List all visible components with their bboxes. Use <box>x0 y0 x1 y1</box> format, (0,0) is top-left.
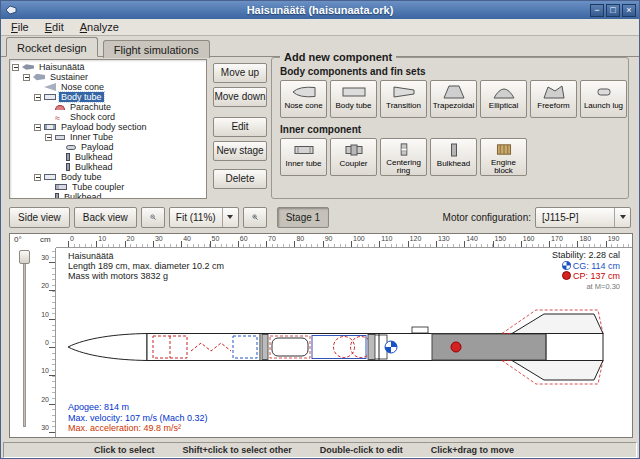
rocket-figure-canvas[interactable]: 0° cm 0102030405060708090100110120130140… <box>9 233 633 438</box>
expander-icon[interactable] <box>34 94 41 101</box>
coupler-icon <box>341 142 367 158</box>
bulkhead-shape <box>262 335 268 360</box>
stage-icon <box>33 73 45 81</box>
zoom-out-button[interactable] <box>141 207 165 228</box>
tab-flight-simulations[interactable]: Flight simulations <box>103 40 210 58</box>
ruler-top-label: 80 <box>296 235 304 242</box>
move-down-button[interactable]: Move down <box>213 87 267 107</box>
ruler-top-label: 90 <box>325 235 333 242</box>
rotation-slider-handle[interactable] <box>19 250 30 264</box>
delete-button[interactable]: Delete <box>213 169 267 189</box>
add-centering-ring-button[interactable]: Centering ring <box>380 138 427 176</box>
body-components-label: Body components and fin sets <box>280 66 426 77</box>
nose-cone-icon <box>44 83 56 91</box>
launch-lug-icon <box>591 84 617 100</box>
tree-item-nose-cone[interactable]: Nose cone <box>10 82 206 92</box>
close-button[interactable]: × <box>622 4 636 17</box>
add-engine-block-button[interactable]: Engine block <box>480 138 527 176</box>
expander-icon[interactable] <box>23 74 30 81</box>
ruler-top-label: 140 <box>466 235 478 242</box>
tree-item-body-tube[interactable]: Body tube <box>10 92 206 102</box>
hint-shift-click: Shift+click to select other <box>183 445 292 455</box>
ruler-top-label: 110 <box>381 235 392 242</box>
minimize-button[interactable]: − <box>590 4 604 17</box>
move-up-button[interactable]: Move up <box>213 63 267 83</box>
bulkhead-icon <box>441 142 467 158</box>
stage-1-toggle[interactable]: Stage 1 <box>277 207 329 228</box>
expander-icon[interactable] <box>34 124 41 131</box>
add-body-tube-button[interactable]: Body tube <box>330 80 377 118</box>
add-elliptical-fin-button[interactable]: Elliptical <box>480 80 527 118</box>
hint-double-click: Double-click to edit <box>320 445 403 455</box>
ruler-top-label: 30 <box>155 235 163 242</box>
body-components-row: Nose cone Body tube Transition Trapezoid… <box>280 80 627 118</box>
back-view-button[interactable]: Back view <box>74 207 137 228</box>
motor-configuration-select[interactable]: [J115-P] <box>535 207 631 228</box>
tree-item-sustainer[interactable]: Sustainer <box>10 72 206 82</box>
group-title: Add new component <box>280 51 396 63</box>
fin-top-shape <box>512 314 603 334</box>
tree-item-bulkhead[interactable]: Bulkhead <box>10 152 206 162</box>
ruler-top-label: 60 <box>240 235 248 242</box>
motor-shape <box>432 334 546 360</box>
add-coupler-button[interactable]: Coupler <box>330 138 377 176</box>
ruler-top-label: 190 <box>608 235 620 242</box>
tab-rocket-design[interactable]: Rocket design <box>6 37 98 57</box>
tree-item-body-tube-2[interactable]: Body tube <box>10 172 206 182</box>
tree-item-shock-cord[interactable]: Shock cord <box>10 112 206 122</box>
tree-item-bulkhead[interactable]: Bulkhead <box>10 192 206 199</box>
hint-click-select: Click to select <box>94 445 155 455</box>
hint-click-drag: Click+drag to move <box>431 445 514 455</box>
ruler-left-label: 30 <box>41 424 49 431</box>
ruler-top-label: 150 <box>495 235 507 242</box>
expander-icon[interactable] <box>34 174 41 181</box>
menu-file[interactable]: File <box>3 20 37 34</box>
expander-icon[interactable] <box>12 64 19 71</box>
tree-item-rocket[interactable]: Haisunäätä <box>10 62 206 72</box>
body-tube-icon <box>44 94 56 100</box>
tree-item-inner-tube[interactable]: Inner Tube <box>10 132 206 142</box>
side-view-button[interactable]: Side view <box>9 207 70 228</box>
tree-item-tube-coupler[interactable]: Tube coupler <box>10 182 206 192</box>
ruler-top-label: 100 <box>353 235 365 242</box>
tree-item-bulkhead[interactable]: Bulkhead <box>10 162 206 172</box>
tree-item-payload[interactable]: Payload <box>10 142 206 152</box>
zoom-in-button[interactable] <box>243 207 267 228</box>
add-launch-lug-button[interactable]: Launch lug <box>580 80 627 118</box>
new-stage-button[interactable]: New stage <box>213 141 267 161</box>
cp-marker <box>451 342 461 352</box>
cg-icon <box>562 261 571 270</box>
add-inner-tube-button[interactable]: Inner tube <box>280 138 327 176</box>
stability-value: Stability: 2.28 cal <box>552 251 620 261</box>
edit-button[interactable]: Edit <box>213 117 267 137</box>
bulkhead-icon <box>55 193 59 199</box>
menu-analyze[interactable]: Analyze <box>72 20 127 34</box>
inner-tube-icon <box>291 142 317 158</box>
zoom-select[interactable]: Fit (11%) <box>169 207 239 228</box>
rotation-value: 0° <box>14 235 22 244</box>
tree-item-parachute[interactable]: Parachute <box>10 102 206 112</box>
chevron-down-icon <box>614 208 630 227</box>
mach-value: at M=0.30 <box>552 282 620 292</box>
payload-icon <box>66 145 76 150</box>
rocket-mass: Mass with motors 3832 g <box>68 271 224 281</box>
maximize-button[interactable]: □ <box>606 4 620 17</box>
cg-marker <box>385 341 397 353</box>
menu-edit[interactable]: Edit <box>37 20 72 34</box>
add-bulkhead-button[interactable]: Bulkhead <box>430 138 477 176</box>
flight-data-block: Apogee: 814 m Max. velocity: 107 m/s (Ma… <box>68 402 208 434</box>
add-transition-button[interactable]: Transition <box>380 80 427 118</box>
ruler-top-label: 180 <box>579 235 591 242</box>
add-nose-cone-button[interactable]: Nose cone <box>280 80 327 118</box>
tree-item-payload-body-section[interactable]: Payload body section <box>10 122 206 132</box>
centering-ring-icon <box>391 142 417 157</box>
fin-bottom-shape <box>512 361 603 381</box>
ruler-top-label: 50 <box>212 235 220 242</box>
max-velocity-value: Max. velocity: 107 m/s (Mach 0.32) <box>68 413 208 424</box>
add-trapezoidal-fin-button[interactable]: Trapezoidal <box>430 80 477 118</box>
component-tree: Haisunäätä Sustainer Nose cone Body tube… <box>9 59 207 199</box>
stability-block: Stability: 2.28 cal CG: 114 cm CP: 137 c… <box>552 251 620 291</box>
add-freeform-fin-button[interactable]: Freeform <box>530 80 577 118</box>
trapezoidal-fin-icon <box>441 84 467 100</box>
expander-icon[interactable] <box>45 134 52 141</box>
